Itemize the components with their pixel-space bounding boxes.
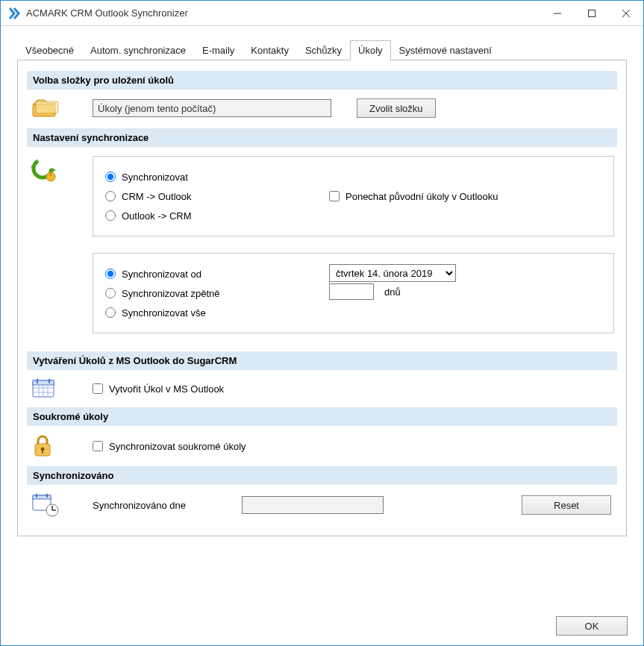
window-title: ACMARK CRM Outlook Synchronizer xyxy=(26,7,188,19)
sync-done-value xyxy=(242,496,384,514)
checkbox-create-task-input[interactable] xyxy=(93,383,103,394)
maximize-button[interactable] xyxy=(575,1,609,26)
sync-back-days-unit: dnů xyxy=(384,286,401,298)
tabstrip: Všeobecné Autom. synchronizace E-maily K… xyxy=(17,40,627,60)
radio-sync[interactable]: Synchronizovat xyxy=(105,167,601,186)
checkbox-sync-private-input[interactable] xyxy=(93,441,103,451)
lock-icon xyxy=(27,433,70,459)
sync-from-date-select[interactable]: čtvrtek 14. února 2019 xyxy=(329,264,456,282)
sync-done-label: Synchronizováno dne xyxy=(93,500,242,511)
svg-rect-23 xyxy=(33,495,51,499)
tab-panel-ukoly: Volba složky pro uložení úkolů Zvolit sl… xyxy=(17,60,627,536)
sync-back-days-input[interactable] xyxy=(329,283,374,300)
tab-schuzky[interactable]: Schůzky xyxy=(297,40,350,60)
radio-sync-back-input[interactable] xyxy=(105,288,116,298)
svg-rect-11 xyxy=(33,380,54,385)
calendar-clock-icon xyxy=(27,492,70,518)
section-header-create: Vytváření Úkolů z MS Outlook do SugarCRM xyxy=(27,351,617,370)
section-header-syncsettings: Nastavení synchronizace xyxy=(27,128,617,147)
svg-rect-5 xyxy=(36,101,58,113)
section-header-private: Soukromé úkoly xyxy=(27,407,617,426)
section-header-done: Synchronizováno xyxy=(27,466,617,485)
checkbox-keep-original[interactable]: Ponechat původní úkoly v Outlooku xyxy=(329,186,498,206)
radio-outlook-to-crm-label: Outlook -> CRM xyxy=(122,210,192,222)
radio-sync-from-label: Synchronizovat od xyxy=(122,269,201,280)
sync-icon xyxy=(27,154,70,183)
tab-autosync[interactable]: Autom. synchronizace xyxy=(82,40,194,60)
sync-range-group: Synchronizovat od čtvrtek 14. února 2019… xyxy=(93,253,614,333)
folder-path-input xyxy=(93,99,331,117)
section-header-folder: Volba složky pro uložení úkolů xyxy=(27,71,617,90)
radio-sync-label: Synchronizovat xyxy=(122,172,188,183)
checkbox-create-task-label: Vytvořit Úkol v MS Outlook xyxy=(109,383,224,395)
radio-crm-to-outlook-input[interactable] xyxy=(105,191,116,201)
checkbox-create-task[interactable]: Vytvořit Úkol v MS Outlook xyxy=(93,379,224,398)
tab-vseobecne[interactable]: Všeobecné xyxy=(17,40,82,60)
checkbox-keep-original-label: Ponechat původní úkoly v Outlooku xyxy=(346,191,498,202)
checkbox-keep-original-input[interactable] xyxy=(329,191,340,201)
tab-system[interactable]: Systémové nastavení xyxy=(391,40,500,60)
sync-mode-group: Synchronizovat CRM -> Outlook Ponechat p… xyxy=(93,156,614,236)
reset-button[interactable]: Reset xyxy=(522,495,611,515)
folder-icon xyxy=(27,97,70,119)
app-icon xyxy=(7,6,22,21)
tab-kontakty[interactable]: Kontakty xyxy=(243,40,297,60)
choose-folder-button[interactable]: Zvolit složku xyxy=(357,98,436,118)
radio-crm-to-outlook-label: CRM -> Outlook xyxy=(122,191,192,202)
svg-rect-21 xyxy=(42,450,43,454)
dialog-footer: OK xyxy=(556,616,628,636)
radio-sync-all-input[interactable] xyxy=(105,307,116,318)
svg-rect-1 xyxy=(589,10,595,16)
minimize-button[interactable] xyxy=(540,1,575,26)
radio-outlook-to-crm-input[interactable] xyxy=(105,210,116,221)
checkbox-sync-private-label: Synchronizovat soukromé úkoly xyxy=(109,441,246,452)
tab-ukoly[interactable]: Úkoly xyxy=(350,40,391,60)
svg-marker-7 xyxy=(51,168,56,172)
radio-sync-back-label: Synchronizovat zpětně xyxy=(122,288,220,299)
tab-emaily[interactable]: E-maily xyxy=(194,40,243,60)
radio-sync-all[interactable]: Synchronizovat vše xyxy=(105,303,601,322)
close-button[interactable] xyxy=(609,1,643,26)
radio-outlook-to-crm[interactable]: Outlook -> CRM xyxy=(105,206,601,225)
svg-marker-8 xyxy=(31,165,34,169)
titlebar: ACMARK CRM Outlook Synchronizer xyxy=(1,1,643,26)
radio-sync-from-input[interactable] xyxy=(105,269,116,279)
calendar-icon xyxy=(27,377,70,400)
ok-button[interactable]: OK xyxy=(556,616,628,636)
checkbox-sync-private[interactable]: Synchronizovat soukromé úkoly xyxy=(93,436,246,456)
radio-sync-input[interactable] xyxy=(105,172,116,182)
radio-sync-all-label: Synchronizovat vše xyxy=(122,307,206,319)
